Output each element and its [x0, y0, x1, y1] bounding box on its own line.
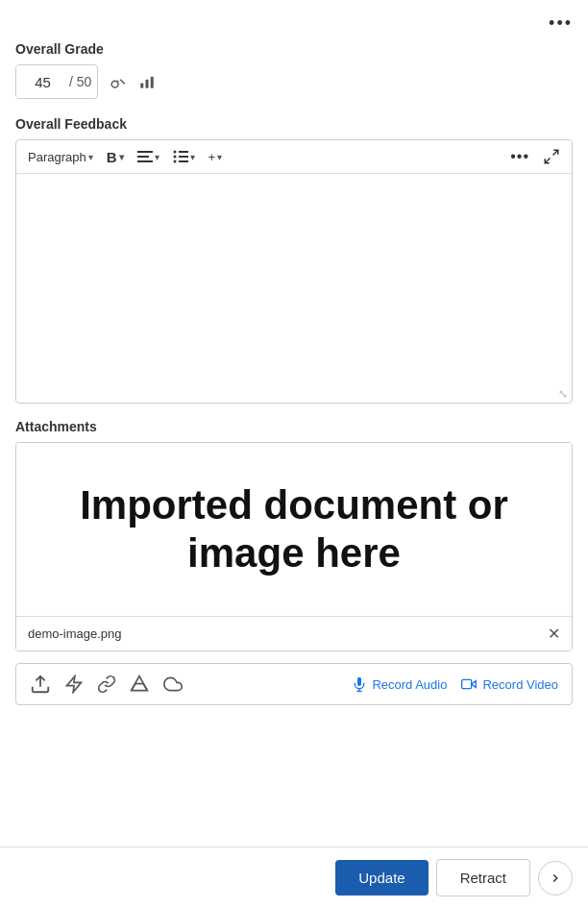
- cloud-icon: [162, 675, 184, 694]
- grade-stats-button[interactable]: [138, 73, 156, 90]
- attachment-image-area: Imported document or image here: [16, 443, 572, 616]
- link-icon: [97, 675, 116, 694]
- list-button[interactable]: ▾: [167, 146, 201, 167]
- microphone-icon: [352, 676, 367, 692]
- editor-resize-handle: ⤡: [16, 385, 572, 403]
- attachment-placeholder-text: Imported document or image here: [36, 481, 552, 578]
- bottom-action-bar: Update Retract: [0, 847, 588, 908]
- align-button[interactable]: ▾: [132, 146, 165, 167]
- more-options-button[interactable]: •••: [549, 13, 573, 34]
- add-chevron-icon: ▾: [217, 152, 222, 162]
- editor-toolbar: Paragraph ▾ B ▾ ▾: [16, 140, 572, 174]
- upload-file-button[interactable]: [30, 674, 51, 695]
- attachment-remove-button[interactable]: ✕: [548, 625, 560, 643]
- chevron-right-icon: [549, 871, 562, 885]
- expand-icon: [543, 148, 560, 165]
- google-drive-button[interactable]: [130, 675, 149, 694]
- align-icon: [137, 150, 153, 163]
- bold-chevron-icon: ▾: [119, 152, 124, 162]
- svg-point-11: [173, 160, 176, 163]
- overall-grade-section: Overall Grade / 50: [0, 41, 588, 99]
- overall-feedback-label: Overall Feedback: [15, 116, 573, 132]
- overall-feedback-section: Overall Feedback Paragraph ▾ B ▾ ▾: [0, 116, 588, 404]
- svg-marker-16: [67, 676, 82, 693]
- grade-input-wrap: / 50: [15, 64, 98, 99]
- flash-icon: [64, 675, 84, 694]
- attachment-filename: demo-image.png: [28, 626, 122, 641]
- paragraph-style-button[interactable]: Paragraph ▾: [22, 146, 99, 168]
- upload-toolbar: Record Audio Record Video: [15, 663, 573, 705]
- upload-icon: [30, 674, 51, 695]
- paragraph-chevron-icon: ▾: [88, 152, 93, 162]
- record-audio-button[interactable]: Record Audio: [352, 676, 447, 692]
- overall-grade-label: Overall Grade: [15, 41, 573, 57]
- attachment-file-row: demo-image.png ✕: [16, 616, 572, 650]
- list-chevron-icon: ▾: [190, 152, 195, 162]
- svg-rect-3: [151, 77, 154, 88]
- toolbar-more-button[interactable]: •••: [504, 144, 535, 169]
- next-button[interactable]: [538, 861, 573, 896]
- grade-row: / 50: [15, 64, 573, 99]
- attachments-section: Attachments Imported document or image h…: [0, 419, 588, 651]
- svg-line-13: [553, 150, 558, 155]
- attachment-preview-box: Imported document or image here demo-ima…: [15, 442, 573, 651]
- attachments-label: Attachments: [15, 419, 573, 434]
- svg-point-7: [173, 151, 176, 154]
- align-chevron-icon: ▾: [155, 152, 159, 162]
- svg-rect-1: [141, 84, 144, 88]
- add-icon: +: [208, 150, 216, 164]
- flash-button[interactable]: [64, 675, 84, 694]
- retract-button[interactable]: Retract: [436, 859, 530, 896]
- record-video-button[interactable]: Record Video: [460, 676, 558, 692]
- svg-line-14: [545, 159, 550, 163]
- link-button[interactable]: [97, 675, 116, 694]
- update-button[interactable]: Update: [335, 860, 428, 896]
- grade-rubric-button[interactable]: [110, 73, 127, 90]
- grade-max: / 50: [69, 74, 97, 89]
- svg-point-0: [112, 81, 119, 87]
- svg-rect-21: [462, 679, 472, 688]
- feedback-editor: Paragraph ▾ B ▾ ▾: [15, 139, 573, 404]
- grade-input[interactable]: [16, 65, 69, 98]
- svg-marker-20: [472, 681, 477, 688]
- svg-rect-2: [146, 80, 149, 88]
- toolbar-expand-button[interactable]: [537, 144, 566, 169]
- video-icon: [460, 676, 478, 692]
- add-content-button[interactable]: + ▾: [203, 146, 229, 168]
- editor-body[interactable]: [16, 174, 572, 385]
- list-icon: [173, 150, 188, 163]
- bold-button[interactable]: B ▾: [101, 145, 130, 169]
- svg-point-9: [173, 156, 176, 159]
- google-drive-icon: [130, 675, 149, 694]
- top-menu-area: •••: [0, 0, 588, 41]
- cloud-button[interactable]: [162, 675, 184, 694]
